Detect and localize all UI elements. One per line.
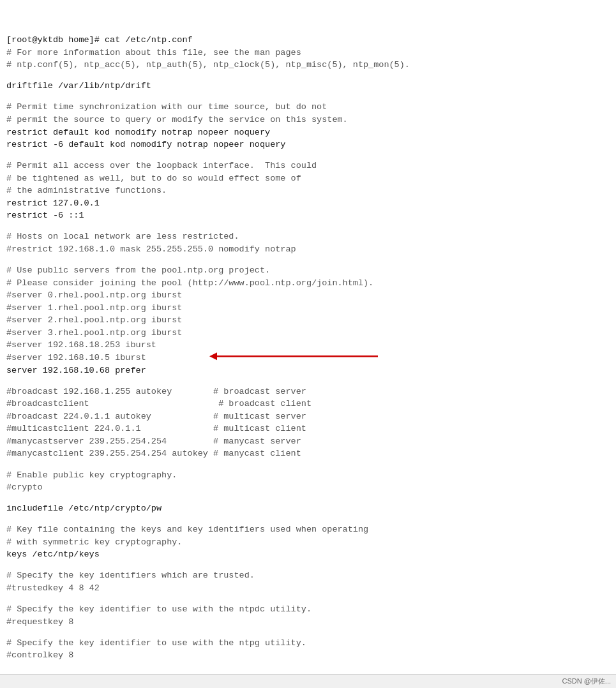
terminal-line: # Please consider joining the pool (http… bbox=[6, 277, 610, 290]
terminal-line: [root@yktdb home]# cat /etc/ntp.conf bbox=[6, 34, 610, 47]
terminal-window: [root@yktdb home]# cat /etc/ntp.conf# Fo… bbox=[0, 0, 616, 688]
terminal-line: #trustedkey 4 8 42 bbox=[6, 582, 610, 595]
terminal-line: # Permit all access over the loopback in… bbox=[6, 160, 610, 172]
terminal-line: # Specify the key identifier to use with… bbox=[6, 603, 610, 616]
bottom-bar: CSDN @伊佐... bbox=[0, 674, 616, 688]
terminal-line: # the administrative functions. bbox=[6, 184, 610, 197]
terminal-line bbox=[6, 494, 610, 503]
terminal-line: #broadcast 224.0.1.1 autokey # multicast… bbox=[6, 410, 610, 423]
terminal-line bbox=[6, 628, 610, 637]
terminal-line: # Use public servers from the pool.ntp.o… bbox=[6, 264, 610, 277]
terminal-line: #restrict 192.168.1.0 mask 255.255.255.0… bbox=[6, 243, 610, 256]
terminal-line bbox=[6, 561, 610, 570]
terminal-line: #server 192.168.10.5 iburst bbox=[6, 352, 610, 364]
terminal-line: #crypto bbox=[6, 481, 610, 494]
terminal-line: # Key file containing the keys and key i… bbox=[6, 523, 610, 536]
terminal-line: # Hosts on local network are less restri… bbox=[6, 230, 610, 243]
terminal-line bbox=[6, 151, 610, 160]
terminal-line: #manycastserver 239.255.254.254 # manyca… bbox=[6, 435, 610, 448]
terminal-line bbox=[6, 222, 610, 231]
terminal-line: # permit the source to query or modify t… bbox=[6, 114, 610, 126]
terminal-line: # be tightened as well, but to do so wou… bbox=[6, 172, 610, 185]
terminal-line bbox=[6, 93, 610, 101]
terminal-line bbox=[6, 515, 610, 524]
terminal-line: # For more information about this file, … bbox=[6, 47, 610, 59]
terminal-line: # Permit time synchronization with our t… bbox=[6, 101, 610, 114]
terminal-line bbox=[6, 256, 610, 265]
terminal-line: # Specify the key identifier to use with… bbox=[6, 637, 610, 650]
terminal-line: #multicastclient 224.0.1.1 # multicast c… bbox=[6, 423, 610, 435]
terminal-line: restrict default kod nomodify notrap nop… bbox=[6, 126, 610, 139]
terminal-line: server 192.168.10.68 prefer bbox=[6, 364, 610, 377]
terminal-line: # ntp.conf(5), ntp_acc(5), ntp_auth(5), … bbox=[6, 59, 610, 71]
terminal-line bbox=[6, 71, 610, 80]
terminal-line: #server 3.rhel.pool.ntp.org iburst bbox=[6, 327, 610, 340]
terminal-line: includefile /etc/ntp/crypto/pw bbox=[6, 502, 610, 515]
terminal-line: #broadcast 192.168.1.255 autokey # broad… bbox=[6, 385, 610, 398]
terminal-line: # with symmetric key cryptography. bbox=[6, 536, 610, 549]
terminal-line: keys /etc/ntp/keys bbox=[6, 548, 610, 561]
terminal-line: #server 0.rhel.pool.ntp.org iburst bbox=[6, 289, 610, 302]
terminal-line: restrict 127.0.0.1 bbox=[6, 197, 610, 210]
terminal-line bbox=[6, 377, 610, 385]
terminal-line: #server 192.168.18.253 iburst bbox=[6, 339, 610, 352]
bottom-bar-text: CSDN @伊佐... bbox=[562, 677, 611, 686]
terminal-line: #server 2.rhel.pool.ntp.org iburst bbox=[6, 314, 610, 327]
terminal-line: #server 1.rhel.pool.ntp.org iburst bbox=[6, 302, 610, 315]
terminal-line: restrict -6 ::1 bbox=[6, 209, 610, 222]
terminal-line: #controlkey 8 bbox=[6, 649, 610, 662]
terminal-content: [root@yktdb home]# cat /etc/ntp.conf# Fo… bbox=[0, 5, 616, 668]
terminal-line: restrict -6 default kod nomodify notrap … bbox=[6, 138, 610, 151]
terminal-line: # Enable public key cryptography. bbox=[6, 469, 610, 482]
terminal-line: # Specify the key identifiers which are … bbox=[6, 569, 610, 582]
terminal-line bbox=[6, 460, 610, 469]
terminal-line: #manycastclient 239.255.254.254 autokey … bbox=[6, 447, 610, 460]
terminal-line bbox=[6, 595, 610, 604]
terminal-line: #broadcastclient # broadcast client bbox=[6, 398, 610, 410]
terminal-line: driftfile /var/lib/ntp/drift bbox=[6, 80, 610, 93]
terminal-line: #requestkey 8 bbox=[6, 616, 610, 629]
